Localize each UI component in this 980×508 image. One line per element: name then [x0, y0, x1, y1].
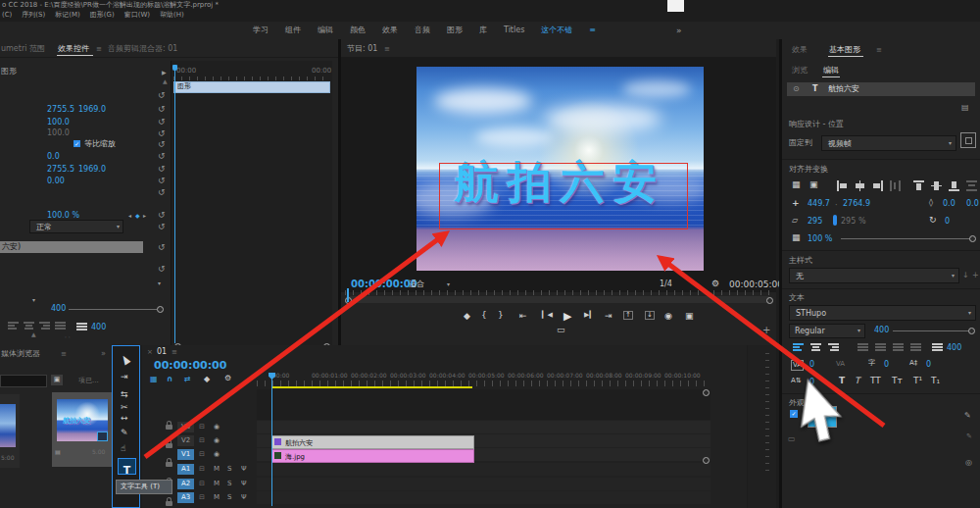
- tsume-value[interactable]: 0: [884, 361, 889, 369]
- ec-align-center-icon[interactable]: [24, 322, 34, 330]
- mini-ruler-ticks[interactable]: [173, 76, 330, 80]
- ec-align-right-icon[interactable]: [39, 322, 50, 330]
- menu-item-markers[interactable]: 标记(M): [55, 12, 80, 22]
- solo-button-a2[interactable]: S: [227, 481, 231, 487]
- eg-anchor-x[interactable]: 0.0: [943, 200, 956, 208]
- slip-tool-icon[interactable]: ↔: [121, 414, 128, 423]
- font-size-slider[interactable]: [893, 330, 969, 331]
- align-center-h-icon[interactable]: [855, 180, 865, 191]
- opacity-slider[interactable]: [841, 238, 971, 239]
- mini-playhead[interactable]: [174, 65, 175, 343]
- program-monitor-tab[interactable]: 节目: 01: [347, 45, 377, 53]
- sync-lock-icon-a1[interactable]: ⊟: [199, 466, 205, 473]
- track-row-a3[interactable]: [257, 491, 710, 504]
- grid-icon-2[interactable]: ▣: [809, 180, 818, 189]
- subscript-icon[interactable]: T₁: [931, 377, 940, 385]
- track-button-a2[interactable]: A2: [177, 479, 194, 489]
- zoom-dropdown-value[interactable]: 1/4: [660, 280, 672, 288]
- reset-icon[interactable]: ↺: [158, 91, 166, 100]
- ec-collapsed-dropdown-chevron[interactable]: ▾: [158, 280, 161, 286]
- eg-position-y[interactable]: 2764.9: [843, 200, 870, 208]
- workspace-tab-effects[interactable]: 效果: [382, 26, 398, 34]
- add-marker-icon[interactable]: ◆: [204, 376, 210, 383]
- step-forward-icon[interactable]: ▶▎: [584, 312, 595, 319]
- eg-position-x[interactable]: 449.7: [808, 200, 830, 208]
- style-sync-down-icon[interactable]: ↓: [962, 272, 969, 279]
- mute-button-a3[interactable]: M: [214, 494, 220, 501]
- ec-font-size-slider-knob[interactable]: [157, 306, 164, 313]
- ec-leading-value[interactable]: 400: [91, 324, 106, 331]
- workspace-tab-learning[interactable]: 学习: [253, 26, 269, 34]
- master-style-dropdown[interactable]: 无 ▾: [789, 268, 959, 283]
- text-justify-last-left-icon[interactable]: [858, 343, 868, 351]
- fit-dropdown-chevron[interactable]: ▾: [447, 281, 450, 287]
- style-add-icon[interactable]: +: [972, 272, 979, 279]
- font-style-dropdown[interactable]: Regular ▾: [789, 324, 865, 338]
- step-back-icon[interactable]: ▎◀: [542, 312, 553, 319]
- mark-out-icon[interactable]: }: [498, 311, 504, 320]
- text-align-left-icon[interactable]: [793, 343, 804, 351]
- leading-value[interactable]: 400: [947, 344, 961, 352]
- program-current-timecode[interactable]: 00:00:00:00: [351, 279, 417, 289]
- superscript-icon[interactable]: T¹: [913, 377, 922, 385]
- faux-italic-icon[interactable]: T: [855, 377, 860, 385]
- eyedropper-icon[interactable]: ◎: [965, 459, 972, 467]
- settings-wrench-icon[interactable]: ⚙: [711, 279, 719, 288]
- workspace-tab-editing[interactable]: 编辑: [318, 26, 333, 34]
- timeline-sequence-tab[interactable]: 01: [157, 348, 167, 356]
- fill-pen-icon[interactable]: ✎: [964, 412, 971, 420]
- align-bottom-edge-icon[interactable]: [949, 180, 959, 191]
- ec-opacity-value[interactable]: 100.0 %: [47, 212, 79, 220]
- effect-controls-menu-icon[interactable]: ≡: [96, 46, 102, 53]
- work-area-bar[interactable]: [271, 386, 472, 388]
- track-row-v3[interactable]: [257, 421, 710, 433]
- subtab-browse[interactable]: 浏览: [792, 67, 808, 75]
- keyframe-add-icon[interactable]: ◆: [135, 213, 140, 219]
- text-justify-last-right-icon[interactable]: [893, 343, 904, 351]
- menu-item-help[interactable]: 帮助(H): [160, 12, 184, 22]
- ec-font-size-slider[interactable]: [69, 309, 157, 310]
- track-eye-icon-v1[interactable]: ◉: [214, 451, 220, 458]
- tab-effects[interactable]: 效果: [792, 46, 808, 54]
- mic-icon-a2[interactable]: Ψ: [241, 481, 247, 487]
- lock-icon-v3[interactable]: [166, 425, 172, 430]
- workspace-tab-assembly[interactable]: 组件: [285, 26, 301, 34]
- solo-button-a1[interactable]: S: [227, 466, 231, 473]
- workspace-tab-active[interactable]: 这个不错: [541, 26, 572, 34]
- ec-align-justify-icon[interactable]: [55, 322, 66, 330]
- mark-in-icon[interactable]: {: [481, 311, 487, 320]
- tab-effect-controls[interactable]: 效果控件: [58, 45, 89, 53]
- reset-icon[interactable]: ↺: [158, 140, 166, 149]
- go-to-in-icon[interactable]: ⇤: [519, 312, 527, 321]
- ec-position-x[interactable]: 2755.5: [47, 106, 74, 114]
- tab-audio-clip-mixer[interactable]: 音频剪辑混合器: 01: [108, 45, 177, 53]
- media-item-partial[interactable]: 5:00: [0, 394, 20, 468]
- text-justify-all-icon[interactable]: [910, 343, 921, 351]
- menu-item-clip[interactable]: (C): [2, 12, 12, 22]
- workspace-tab-libraries[interactable]: 库: [479, 26, 487, 34]
- ec-anchor-x[interactable]: 2755.5: [47, 166, 74, 174]
- reset-icon[interactable]: ↺: [158, 105, 166, 114]
- track-eye-icon-v2[interactable]: ◉: [214, 437, 220, 444]
- workspace-tab-graphics[interactable]: 图形: [447, 26, 463, 34]
- eg-rotation-value[interactable]: 0: [945, 218, 950, 226]
- eg-menu-icon[interactable]: ≡: [876, 47, 882, 54]
- button-editor-icon[interactable]: +: [762, 326, 770, 335]
- timeline-vscroll-knob-top[interactable]: [703, 389, 710, 396]
- tracking-value[interactable]: 0: [809, 361, 814, 369]
- ec-font-size-value[interactable]: 400: [51, 305, 66, 313]
- distribute-v-icon[interactable]: [966, 180, 977, 191]
- track-button-v1[interactable]: V1: [177, 449, 194, 460]
- reset-icon[interactable]: ↺: [158, 188, 166, 197]
- lock-icon-v2[interactable]: [166, 443, 172, 448]
- ec-align-left-icon[interactable]: [8, 322, 19, 330]
- snap-icon[interactable]: ∩: [167, 376, 173, 383]
- subtab-edit[interactable]: 编辑: [823, 67, 839, 75]
- tab-media-browser[interactable]: 媒体浏览器: [1, 350, 40, 358]
- font-size-slider-knob[interactable]: [968, 328, 975, 334]
- workspace-tab-color[interactable]: 颜色: [350, 26, 366, 34]
- extract-icon[interactable]: ↓: [645, 311, 655, 320]
- ec-scroll-up-icon[interactable]: ▲: [31, 331, 36, 337]
- reset-icon[interactable]: ↺: [158, 265, 166, 274]
- menu-item-graphics[interactable]: 图形(G): [90, 12, 115, 22]
